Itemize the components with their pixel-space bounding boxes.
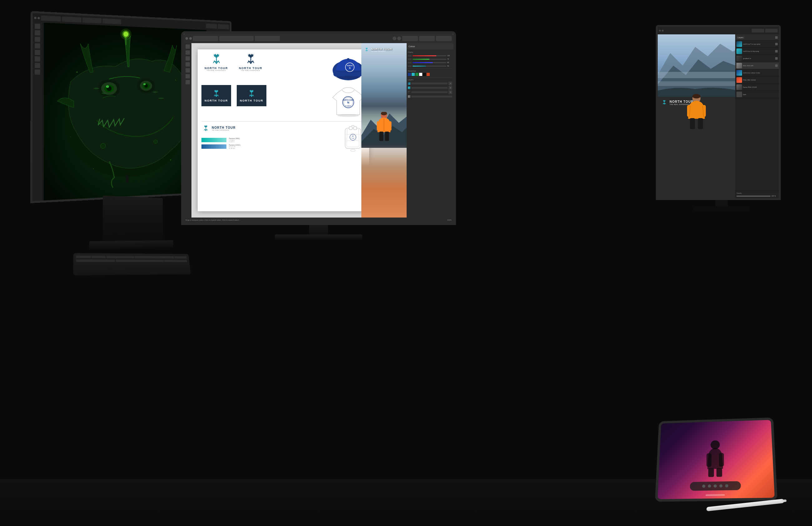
ipad-tool-4[interactable] [719,484,722,487]
svg-rect-46 [353,127,357,130]
nt-overlay-icon [364,46,369,53]
ipad-tool-3[interactable] [714,484,717,487]
layer-eye-2[interactable] [775,50,778,53]
svg-text:NT: NT [352,135,354,137]
ct-tool-1[interactable] [186,44,190,49]
tool-zoom[interactable] [35,56,40,61]
layer-name-8: type [743,94,778,95]
right-canvas: NORTH TOUR THE REAL EXPERIENCE [658,34,735,198]
ct-tool-5[interactable] [186,68,190,72]
svg-rect-67 [698,118,703,129]
tool-text[interactable] [35,50,40,55]
svg-rect-47 [347,141,359,147]
layer-vis-2[interactable]: 👁 [448,86,452,90]
slider-c-track[interactable] [412,55,446,56]
ct-item-r1[interactable] [402,36,418,41]
logo-row-bottom: NORTH TOUR THE REAL EXPERIENCE [198,122,369,211]
opacity-fill [736,196,770,197]
tool-pen[interactable] [35,30,40,35]
layers-tab-label[interactable]: Layers [736,36,744,39]
ipad-tool-1[interactable] [702,484,705,487]
dark-logo-card-1: NORTH TOUR [201,85,231,106]
inline-logo-text: NORTH TOUR THE REAL EXPERIENCE [212,126,235,131]
layer-eye-4[interactable] [775,65,778,67]
sw-4[interactable] [419,73,422,76]
center-monitor-neck [309,225,328,234]
slider-m: 75 [408,58,452,60]
layer-thumb-5 [736,70,742,76]
svg-rect-55 [379,131,383,141]
layer-item-4 [408,95,452,98]
ct-tool-4[interactable] [186,62,190,67]
slider-k-track[interactable] [412,66,446,67]
svg-point-19 [154,140,157,143]
slider-k-fill [412,66,426,67]
layer-list-item-2: north tour lo leys.png [735,48,779,55]
tool-shape[interactable] [35,43,40,48]
swatch-green-info: Pantone (309C) C: 90 M: 0 Y: 14 K: 0 [229,138,240,143]
ipad-tool-5[interactable] [725,484,728,487]
left-side-tools [32,22,42,201]
layer-name-1: north tour* lo rays gray [743,43,774,45]
tool-select[interactable] [35,24,40,29]
logo-row-dark: NORTH TOUR [198,83,369,121]
svg-rect-71 [707,453,711,467]
slider-y: 85 [408,61,452,64]
color-tab-label: Colour [408,45,415,47]
tool-eyedrop[interactable] [35,69,40,75]
bottom-gradient [361,144,407,217]
sw-1[interactable] [408,73,411,76]
left-keyboard [73,253,191,275]
sw-2[interactable] [411,73,415,76]
opacity-track[interactable] [736,196,770,197]
layers-label: Layers [408,79,452,81]
ct-menu-1[interactable] [193,36,218,41]
ct-tool-2[interactable] [186,50,190,55]
ct-tool-3[interactable] [186,56,190,61]
slider-m-track[interactable] [412,59,446,60]
scene: NORTH TOUR THE REAL EXPERIENCE [0,0,812,526]
layer-item-1: 👁 [408,82,452,85]
slider-m-fill [412,59,430,60]
ct-tool-6[interactable] [186,74,190,79]
tool-brush[interactable] [35,37,40,42]
layers-add-btn[interactable] [775,36,778,39]
right-image-panel: NORTH TOUR THE REAL EXPERIENCE [361,43,407,217]
ct-icon-1 [393,37,396,40]
bottom-info: NORTH TOUR THE REAL EXPERIENCE [201,124,337,149]
color-panel-tab[interactable]: Colour [407,43,453,50]
ct-tool-7[interactable] [186,80,190,84]
right-monitor: NORTH TOUR THE REAL EXPERIENCE Layers [656,25,787,211]
right-toolbar [658,27,779,34]
logo1-tag: THE REAL EXPERIENCE [207,70,226,71]
inline-logo-name: NORTH TOUR [212,126,235,129]
left-monitor-stand [103,196,163,242]
rt-item-1[interactable] [752,29,764,32]
rt-item-2[interactable] [765,29,778,32]
slider-m-label [408,58,411,60]
person-svg [375,112,393,143]
sw-5[interactable] [423,73,426,76]
tool-hand[interactable] [35,63,40,68]
ct-item-r3[interactable] [436,36,452,41]
slider-y-val: 85 [447,61,452,63]
sw-6[interactable] [426,73,430,76]
opacity-value: 100 % [771,195,778,197]
slider-k-label [408,65,411,67]
slider-y-track[interactable] [412,62,446,63]
svg-rect-56 [385,131,389,141]
layer-vis-1[interactable]: 👁 [448,82,452,85]
slider-m-val: 75 [447,58,452,60]
slider-y-fill [412,62,433,63]
layer-eye-1[interactable] [775,43,778,45]
layer-eye-3[interactable] [775,57,778,60]
sw-3[interactable] [415,73,419,76]
toolbar-item-6 [218,24,229,29]
ct-item-r2[interactable] [419,36,435,41]
layer-vis-3[interactable]: 👁 [448,90,452,94]
svg-text:NORTH: NORTH [347,65,352,67]
ipad-tool-2[interactable] [708,484,711,487]
ct-menu-3[interactable] [255,36,280,41]
ct-menu-2[interactable] [219,36,253,41]
layer-name-4: blue shot with [743,65,774,67]
